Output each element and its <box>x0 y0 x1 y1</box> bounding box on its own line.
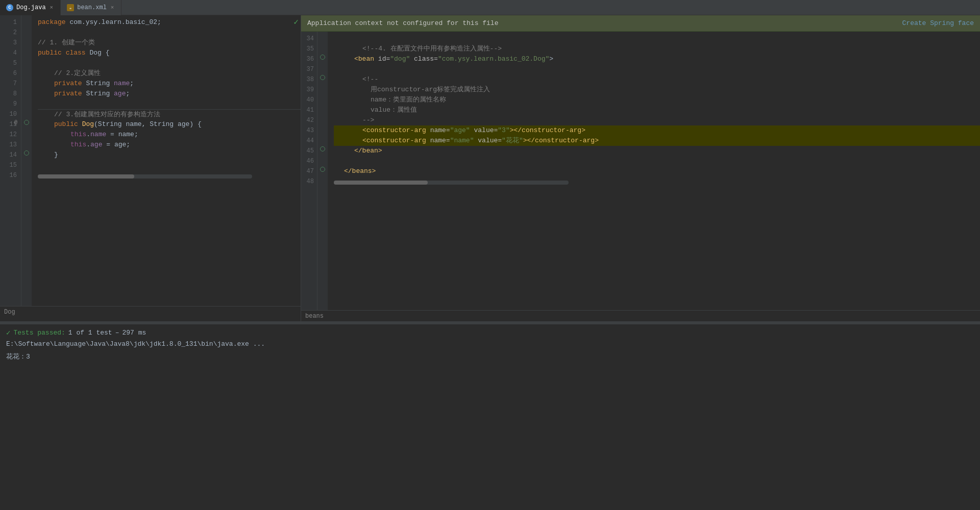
xml-name-val-age: "age" <box>450 125 470 136</box>
kw-public: public <box>38 48 62 58</box>
xml-line-34 <box>334 34 980 44</box>
xml-name-attr-1: name= <box>430 125 450 136</box>
comma-1: , <box>142 119 146 130</box>
gutter-line-7 <box>21 76 32 87</box>
gutter-line-9 <box>21 97 32 107</box>
xml-icon: ☕ <box>67 4 74 11</box>
test-count: 1 of 1 test <box>68 329 112 337</box>
code-area-right: 34 35 36 37 38 39 40 41 42 43 44 45 46 4… <box>301 32 980 310</box>
scrollbar-right[interactable] <box>334 181 569 185</box>
code-content-left: ✓ package com.ysy.learn.basic_02; // 1. … <box>32 15 301 306</box>
scrollbar-thumb-right[interactable] <box>334 181 428 185</box>
gutter-line-2 <box>21 26 32 36</box>
code-line-13: this.age = age; <box>38 140 301 150</box>
console-output: 花花：3 <box>6 352 974 361</box>
kw-class: class <box>66 48 86 58</box>
type-string-2: String <box>86 89 110 99</box>
xml-value-attr-2: value= <box>478 136 502 146</box>
tab-close-bean[interactable]: × <box>110 4 115 11</box>
xml-class-val: "com.ysy.learn.basic_02.Dog" <box>438 54 549 64</box>
bottom-panel: ✓ Tests passed: 1 of 1 test – 297 ms E:\… <box>0 323 980 510</box>
gutter-line-5 <box>21 56 32 66</box>
class-name-dog: Dog { <box>89 48 109 58</box>
code-line-11: public Dog(String name, String age) { <box>38 119 301 130</box>
xml-close-bean: </bean> <box>354 146 382 156</box>
xml-line-38: <!-- <box>334 74 980 85</box>
xml-line-40: name：类里面的属性名称 <box>334 95 980 105</box>
gutter-r-44 <box>317 134 328 144</box>
keyword-package: package <box>38 17 66 28</box>
java-icon: C <box>6 4 13 11</box>
gutter-r-34 <box>317 32 328 42</box>
tab-bean-xml[interactable]: ☕ bean.xml × <box>61 0 121 15</box>
xml-value-attr-1: value= <box>474 125 498 136</box>
test-duration: 297 ms <box>122 329 146 337</box>
gutter-r-37 <box>317 62 328 72</box>
bean-icon-47 <box>320 167 325 172</box>
gutter-r-38 <box>317 72 328 83</box>
xml-name-val-name: "name" <box>450 136 474 146</box>
test-pass-label: Tests passed: <box>13 329 65 337</box>
xml-constructor-tag-2: <constructor-arg <box>362 136 426 146</box>
scrollbar-left[interactable] <box>38 174 252 178</box>
code-line-2 <box>38 28 301 38</box>
tab-close-dog[interactable]: × <box>49 4 55 11</box>
param-type-2: String <box>150 119 174 130</box>
param-name-r: name; <box>118 130 138 140</box>
xml-comment-35: <!--4. 在配置文件中用有参构造注入属性--> <box>362 44 502 54</box>
gutter-r-36 <box>317 52 328 62</box>
gutter-line-11: @ <box>21 117 32 128</box>
paren-close: ) { <box>189 119 201 130</box>
notification-bar: Application context not configured for t… <box>301 15 980 32</box>
bean-icon-14 <box>24 150 29 156</box>
code-line-4: public class Dog { <box>38 48 301 58</box>
constructor-dog: Dog <box>82 119 94 130</box>
kw-private-1: private <box>54 79 82 89</box>
tab-label-dog: Dog.java <box>16 4 46 11</box>
xml-line-43: <constructor-arg name="age" value="3"></… <box>334 125 980 136</box>
tab-dog-java[interactable]: C Dog.java × <box>0 0 61 15</box>
gutter-r-42 <box>317 113 328 123</box>
gutter-r-43 <box>317 123 328 134</box>
field-age: age <box>114 89 126 99</box>
gutter-line-4 <box>21 46 32 56</box>
xml-line-35: <!--4. 在配置文件中用有参构造注入属性--> <box>334 44 980 54</box>
xml-class-attr: class= <box>414 54 438 64</box>
editor-right: Application context not configured for t… <box>301 15 980 321</box>
xml-comment-40: name：类里面的属性名称 <box>371 95 446 105</box>
xml-comment-42: --> <box>362 115 374 125</box>
code-line-15 <box>38 160 301 170</box>
line-numbers-right: 34 35 36 37 38 39 40 41 42 43 44 45 46 4… <box>301 32 317 310</box>
code-line-12: this.name = name; <box>38 130 301 140</box>
scrollbar-thumb-left[interactable] <box>38 174 134 178</box>
assign-1: = <box>110 130 114 140</box>
code-line-10: // 3.创建属性对应的有参构造方法 <box>38 109 301 119</box>
test-pass-icon: ✓ <box>6 328 10 337</box>
this-1: this <box>70 130 86 140</box>
param-age-r: age; <box>114 140 130 150</box>
gutter-line-6 <box>21 66 32 76</box>
xml-bean-tag: <bean <box>354 54 374 64</box>
package-name: com.ysy.learn.basic_02; <box>69 17 161 28</box>
xml-line-36: <bean id="dog" class="com.ysy.learn.basi… <box>334 54 980 64</box>
code-line-3: // 1. 创建一个类 <box>38 38 301 48</box>
xml-line-45: </bean> <box>334 146 980 156</box>
semi-2: ; <box>126 89 130 99</box>
gutter-line-1 <box>21 15 32 26</box>
param-type-1: String <box>98 119 122 130</box>
bean-icon-36 <box>320 55 325 60</box>
gutter-line-8 <box>21 87 32 97</box>
editors-container: 1 2 3 4 5 6 7 8 9 10 11 12 13 14 15 16 <box>0 15 980 321</box>
code-line-5 <box>38 58 301 68</box>
this-age: age <box>90 140 102 150</box>
create-spring-face-link[interactable]: Create Spring face <box>902 19 974 27</box>
xml-constructor-close-1: ></constructor-arg> <box>510 125 585 136</box>
notification-message: Application context not configured for t… <box>307 19 498 27</box>
xml-comment-38: <!-- <box>362 74 378 85</box>
breadcrumb-beans: beans <box>305 313 324 320</box>
xml-line-46 <box>334 156 980 166</box>
tab-bar: C Dog.java × ☕ bean.xml × <box>0 0 980 15</box>
breadcrumb-right: beans <box>301 310 980 321</box>
gutter-line-15 <box>21 158 32 168</box>
editor-left: 1 2 3 4 5 6 7 8 9 10 11 12 13 14 15 16 <box>0 15 301 321</box>
